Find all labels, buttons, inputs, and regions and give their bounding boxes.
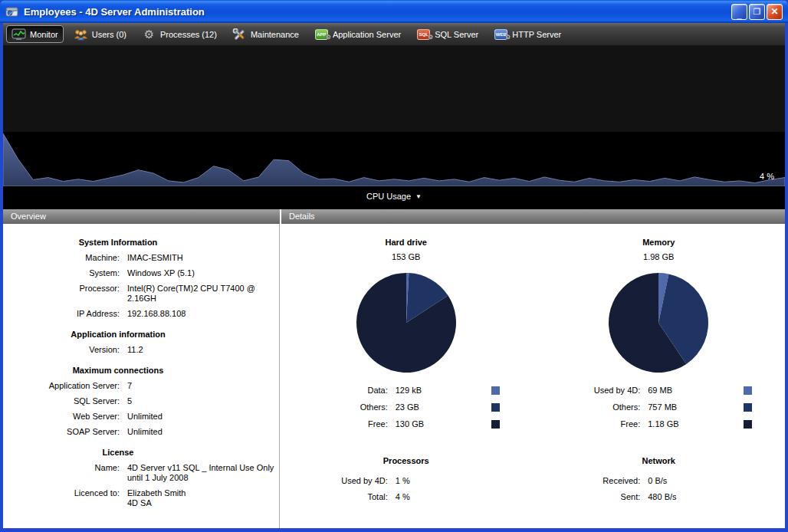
stat-row: Used by 4D:1 % — [302, 476, 511, 486]
application-server-icon: APP⚙ — [314, 28, 329, 41]
memory-section: Memory 1.98 GB Used by 4D:69 MB Others:7… — [533, 224, 786, 436]
stat-value: 0 B/s — [648, 476, 763, 486]
toolbar-button-maintenance[interactable]: Maintenance — [227, 25, 304, 43]
info-label: SQL Server: — [3, 396, 120, 406]
memory-legend: Used by 4D:69 MB Others:757 MB Free:1.18… — [554, 386, 763, 429]
details-panel: Hard drive 153 GB Data:129 kB Others:23 … — [280, 224, 785, 528]
toolbar-button-processes[interactable]: ⚙ Processes (12) — [136, 25, 222, 43]
overview-header: Overview — [3, 209, 280, 224]
info-value: Windows XP (5.1) — [127, 268, 279, 278]
panel-headers: Overview Details — [3, 209, 785, 224]
toolbar-button-sql-server[interactable]: SQL⚙ SQL Server — [411, 25, 484, 43]
info-row: Version:11.2 — [3, 345, 279, 355]
section-heading: Network — [533, 456, 786, 465]
hard-drive-section: Hard drive 153 GB Data:129 kB Others:23 … — [280, 224, 533, 436]
toolbar-button-http-server[interactable]: WEB⚙ HTTP Server — [488, 25, 566, 43]
section-heading: Application information — [3, 330, 233, 339]
legend-label: Data: — [302, 386, 388, 396]
legend-label: Free: — [554, 419, 640, 429]
network-section: Network Received:0 B/s Sent:480 B/s — [533, 436, 786, 508]
legend-row: Free:130 GB — [302, 419, 511, 429]
maintenance-icon — [232, 28, 247, 41]
toolbar-button-users[interactable]: Users (0) — [68, 25, 132, 43]
titlebar: Employees - 4D Server Administration _ ❐… — [0, 0, 788, 23]
legend-row: Others:23 GB — [302, 402, 511, 412]
legend-value: 129 kB — [396, 386, 491, 396]
info-label: Machine: — [3, 253, 120, 263]
info-value: 7 — [127, 381, 279, 391]
toolbar-button-application-server[interactable]: APP⚙ Application Server — [309, 25, 406, 43]
info-row: SQL Server:5 — [3, 396, 279, 406]
info-value: IMAC-ESMITH — [127, 253, 279, 263]
info-label: Licenced to: — [3, 488, 120, 508]
info-value: Unlimited — [127, 427, 279, 437]
legend-row: Data:129 kB — [302, 386, 511, 396]
legend-swatch — [744, 420, 752, 429]
info-row: Name:4D Server v11 SQL _ Internal Use On… — [3, 463, 279, 483]
legend-swatch — [744, 403, 752, 412]
info-value: 11.2 — [127, 345, 279, 355]
window-body: Monitor Users (0) ⚙ Processe — [3, 23, 785, 528]
info-label: System: — [3, 268, 120, 278]
stat-label: Total: — [302, 492, 388, 502]
http-server-icon: WEB⚙ — [494, 28, 508, 41]
monitor-icon — [11, 28, 26, 41]
info-label: Application Server: — [3, 381, 120, 391]
info-label: Version: — [3, 345, 120, 355]
legend-value: 757 MB — [648, 402, 744, 412]
info-row: IP Address:192.168.88.108 — [3, 309, 279, 319]
toolbar-button-monitor[interactable]: Monitor — [6, 25, 64, 43]
stat-label: Sent: — [554, 492, 640, 502]
chart-total: 153 GB — [280, 252, 533, 261]
users-icon — [74, 28, 88, 41]
window-title: Employees - 4D Server Administration — [24, 6, 730, 18]
legend-row: Free:1.18 GB — [554, 419, 763, 429]
legend-value: 1.18 GB — [648, 419, 744, 429]
info-label: Web Server: — [3, 412, 120, 422]
info-row: SOAP Server:Unlimited — [3, 427, 279, 437]
legend-swatch — [491, 420, 500, 429]
gear-icon: ⚙ — [142, 28, 156, 41]
app-icon — [5, 5, 19, 18]
hard-drive-legend: Data:129 kB Others:23 GB Free:130 GB — [302, 386, 511, 429]
legend-value: 69 MB — [648, 386, 744, 396]
memory-pie-chart — [605, 269, 712, 376]
legend-value: 130 GB — [396, 419, 491, 429]
sql-server-icon: SQL⚙ — [416, 28, 431, 41]
toolbar: Monitor Users (0) ⚙ Processe — [3, 23, 785, 46]
minimize-button[interactable]: _ — [731, 4, 747, 20]
cpu-usage-selector[interactable]: CPU Usage▼ — [3, 192, 785, 201]
legend-swatch — [491, 403, 500, 412]
stat-label: Received: — [554, 476, 640, 486]
close-button[interactable]: ✕ — [767, 4, 783, 20]
chart-total: 1.98 GB — [533, 252, 786, 261]
info-value: 192.168.88.108 — [127, 309, 279, 319]
info-value: Intel(R) Core(TM)2 CPU T7400 @ 2.16GH — [127, 284, 279, 304]
legend-row: Used by 4D:69 MB — [554, 386, 763, 396]
info-row: Licenced to:Elizabeth Smith4D SA — [3, 488, 279, 508]
cpu-area-chart — [3, 132, 785, 186]
legend-label: Others: — [554, 402, 640, 412]
info-label: IP Address: — [3, 309, 120, 319]
processors-section: Processors Used by 4D:1 % Total:4 % — [280, 436, 533, 508]
info-label: SOAP Server: — [3, 427, 120, 437]
stat-value: 4 % — [396, 492, 511, 502]
section-heading: License — [3, 448, 233, 457]
info-row: Application Server:7 — [3, 381, 279, 391]
legend-value: 23 GB — [396, 402, 491, 412]
info-value: Unlimited — [127, 412, 279, 422]
hard-drive-pie-chart — [353, 269, 460, 376]
chart-title: Hard drive — [280, 238, 533, 247]
info-row: Processor:Intel(R) Core(TM)2 CPU T7400 @… — [3, 284, 279, 304]
info-row: Web Server:Unlimited — [3, 412, 279, 422]
legend-swatch — [744, 386, 752, 395]
legend-label: Free: — [302, 419, 388, 429]
legend-label: Used by 4D: — [554, 386, 640, 396]
info-row: Machine:IMAC-ESMITH — [3, 253, 279, 263]
info-label: Name: — [3, 463, 120, 483]
maximize-button[interactable]: ❐ — [749, 4, 765, 20]
legend-swatch — [491, 386, 500, 395]
details-header: Details — [281, 209, 785, 224]
section-heading: Maximum connections — [3, 366, 233, 375]
chart-title: Memory — [533, 238, 786, 247]
